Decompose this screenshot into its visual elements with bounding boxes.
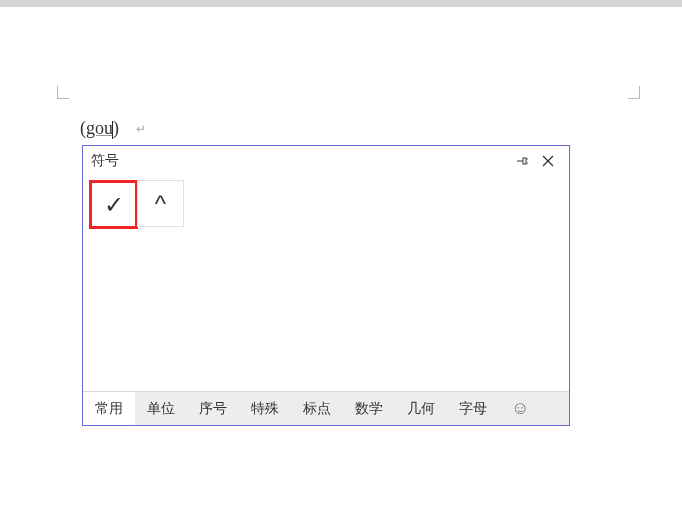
symbol-grid: ✓^ bbox=[83, 176, 569, 391]
tab-emoji[interactable]: ☺ bbox=[499, 392, 541, 425]
page-margin-marker-right bbox=[628, 86, 640, 99]
tab-numbers[interactable]: 序号 bbox=[187, 392, 239, 425]
tab-units[interactable]: 单位 bbox=[135, 392, 187, 425]
svg-rect-1 bbox=[523, 158, 526, 164]
tab-punct[interactable]: 标点 bbox=[291, 392, 343, 425]
paragraph-mark-icon: ↵ bbox=[136, 122, 146, 136]
pin-icon bbox=[515, 154, 529, 168]
panel-title: 符号 bbox=[91, 152, 509, 170]
symbol-caret[interactable]: ^ bbox=[137, 180, 184, 227]
close-icon bbox=[542, 155, 554, 167]
window-top-border bbox=[0, 0, 682, 7]
tab-math[interactable]: 数学 bbox=[343, 392, 395, 425]
symbol-check-mark[interactable]: ✓ bbox=[89, 180, 138, 229]
page-margin-marker-left bbox=[57, 86, 69, 99]
ime-composition-text: gou bbox=[86, 118, 113, 138]
category-tabs: 常用单位序号特殊标点数学几何字母☺ bbox=[83, 391, 569, 425]
symbol-picker-panel: 符号 ✓^ 常用单位序号特殊标点数学几何字母☺ bbox=[82, 145, 570, 426]
tab-special[interactable]: 特殊 bbox=[239, 392, 291, 425]
tab-geom[interactable]: 几何 bbox=[395, 392, 447, 425]
pin-button[interactable] bbox=[509, 150, 535, 172]
close-button[interactable] bbox=[535, 150, 561, 172]
panel-header: 符号 bbox=[83, 146, 569, 176]
tab-common[interactable]: 常用 bbox=[83, 392, 135, 425]
typed-close-paren: ) bbox=[113, 118, 119, 138]
document-text-line[interactable]: (gou) ↵ bbox=[80, 118, 146, 139]
tab-letters[interactable]: 字母 bbox=[447, 392, 499, 425]
